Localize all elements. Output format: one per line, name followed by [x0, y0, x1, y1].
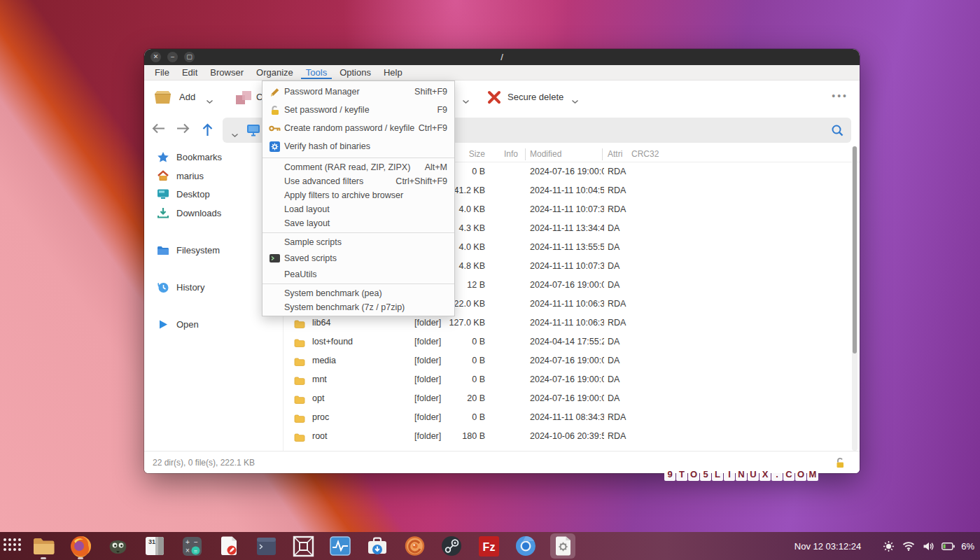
vertical-scrollbar[interactable]: [852, 146, 858, 451]
menu-edit[interactable]: Edit: [177, 66, 202, 79]
watermark-char: C: [783, 467, 794, 481]
taskbar-chromium-icon[interactable]: [513, 533, 538, 559]
watermark-char: I: [724, 467, 735, 481]
column-header-info[interactable]: Info: [490, 149, 518, 159]
chevron-down-icon[interactable]: [462, 94, 470, 107]
taskbar-calendar-icon[interactable]: 31: [142, 533, 167, 559]
menu-item-saved-scripts[interactable]: Saved scripts: [262, 249, 454, 267]
column-header-crc32[interactable]: CRC32: [631, 149, 659, 159]
table-row-media[interactable]: media[folder]0 B2024-07-16 19:00:00DA: [284, 351, 860, 370]
convert-icon[interactable]: [234, 89, 253, 109]
file-attributes: RDA: [608, 431, 626, 441]
table-row-proc[interactable]: proc[folder]0 B2024-11-11 08:34:33RDA: [284, 408, 860, 427]
menu-item-use-advanced-filters[interactable]: Use advanced filtersCtrl+Shift+F9: [262, 174, 454, 188]
column-divider: [602, 148, 603, 160]
file-size: 20 B: [436, 393, 485, 403]
menu-help[interactable]: Help: [379, 66, 407, 79]
taskbar-text-editor-icon[interactable]: [216, 533, 241, 559]
wifi-icon[interactable]: [902, 541, 915, 551]
taskbar-firefox-icon[interactable]: [68, 533, 93, 559]
file-modified: 2024-07-16 19:00:00: [530, 374, 604, 384]
menu-item-apply-filters-to-archive-browser[interactable]: Apply filters to archive browser: [262, 188, 454, 202]
menu-item-password-manager[interactable]: Password ManagerShift+F9: [262, 83, 454, 101]
file-name: media: [312, 356, 336, 365]
folder-icon: [294, 413, 305, 426]
file-size: 180 B: [436, 431, 485, 441]
taskbar-files-icon[interactable]: [31, 533, 56, 559]
battery-icon[interactable]: [941, 542, 955, 550]
taskbar-filezilla-icon[interactable]: Fz: [476, 533, 501, 559]
computer-icon[interactable]: [246, 124, 260, 139]
menu-file[interactable]: File: [150, 66, 174, 79]
file-modified: 2024-11-11 08:34:33: [530, 412, 604, 422]
table-row-lost+found[interactable]: lost+found[folder]0 B2024-04-14 17:55:26…: [284, 332, 860, 351]
menu-options[interactable]: Options: [335, 66, 376, 79]
menu-separator: [262, 284, 454, 284]
menu-tools[interactable]: Tools: [301, 66, 332, 79]
pencil-icon: [269, 87, 281, 97]
taskbar-calculator-icon[interactable]: +−×=: [179, 533, 204, 559]
menu-item-label: Apply filters to archive browser: [284, 190, 403, 200]
clock[interactable]: Nov 12 03:12:24: [794, 541, 861, 552]
taskbar-system-monitor-icon[interactable]: [328, 533, 353, 559]
chevron-down-icon[interactable]: [571, 94, 579, 107]
terminal-icon: [269, 254, 281, 262]
more-options-button[interactable]: •••: [832, 90, 848, 102]
titlebar[interactable]: ✕ – ▢ /: [144, 49, 860, 65]
menu-item-save-layout[interactable]: Save layout: [262, 216, 454, 230]
column-header-modified[interactable]: Modified: [530, 149, 561, 159]
back-icon[interactable]: [151, 122, 166, 137]
table-row-mnt[interactable]: mnt[folder]0 B2024-07-16 19:00:00DA: [284, 370, 860, 389]
desktop-icon: [156, 188, 170, 200]
sidebar-item-open[interactable]: Open: [144, 316, 283, 332]
add-archive-icon[interactable]: [153, 89, 173, 108]
show-apps-icon[interactable]: [4, 538, 21, 551]
brightness-icon[interactable]: [883, 540, 895, 552]
menu-item-system-benchmark-pea[interactable]: System benchmark (pea): [262, 286, 454, 300]
menu-browser[interactable]: Browser: [205, 66, 248, 79]
menu-item-comment-rar-read-zip-zipx[interactable]: Comment (RAR read, ZIP, ZIPX)Alt+M: [262, 160, 454, 174]
menu-item-peautils[interactable]: PeaUtils: [262, 267, 454, 281]
table-row-opt[interactable]: opt[folder]20 B2024-07-16 19:00:00DA: [284, 389, 860, 408]
search-icon[interactable]: [831, 124, 844, 140]
download-icon: [156, 207, 170, 218]
taskbar-gimp-icon[interactable]: [105, 533, 130, 559]
menu-item-load-layout[interactable]: Load layout: [262, 202, 454, 216]
chevron-down-icon[interactable]: [231, 128, 239, 141]
file-modified: 2024-11-11 13:55:52: [530, 242, 604, 252]
taskbar-boxes-icon[interactable]: [290, 533, 316, 559]
file-attributes: DA: [608, 261, 620, 271]
hash-icon: [269, 141, 281, 152]
menu-item-create-random-password-keyfile[interactable]: Create random password / keyfileCtrl+F9: [262, 119, 454, 137]
folder-blue-icon: [156, 245, 170, 255]
column-header-attri[interactable]: Attri: [608, 149, 622, 159]
forward-icon[interactable]: [176, 122, 190, 137]
file-size: 0 B: [436, 412, 485, 422]
scrollbar-thumb[interactable]: [853, 146, 857, 354]
table-row-lib64[interactable]: lib64[folder]127.0 KB2024-11-11 10:06:35…: [284, 314, 860, 332]
menu-organize[interactable]: Organize: [251, 66, 298, 79]
file-attributes: RDA: [608, 186, 626, 195]
secure-delete-button[interactable]: Secure delete: [507, 92, 564, 102]
menu-item-label: Sample scripts: [284, 237, 342, 247]
taskbar-terminal-app-icon[interactable]: [253, 533, 279, 559]
menu-item-verify-hash-of-binaries[interactable]: Verify hash of binaries: [262, 137, 454, 155]
watermark-char: X: [760, 467, 771, 481]
menu-item-sample-scripts[interactable]: Sample scripts: [262, 235, 454, 249]
taskbar-software-icon[interactable]: [365, 533, 390, 559]
folder-icon: [294, 394, 305, 407]
chevron-down-icon[interactable]: [206, 94, 214, 107]
taskbar-package-installer-icon[interactable]: [550, 533, 575, 559]
file-modified: 2024-11-11 10:06:35: [530, 318, 604, 328]
add-button[interactable]: Add: [179, 92, 195, 102]
secure-delete-icon[interactable]: [486, 90, 502, 108]
up-icon[interactable]: [202, 122, 214, 140]
taskbar-steam-icon[interactable]: [439, 533, 464, 559]
taskbar-image-viewer-icon[interactable]: [402, 533, 427, 559]
file-modified: 2024-11-11 10:06:34: [530, 299, 604, 309]
system-tray: Nov 12 03:12:24 6%: [794, 532, 974, 560]
menu-item-set-password-keyfile[interactable]: Set password / keyfileF9: [262, 101, 454, 119]
menu-item-system-benchmark-7z-p7zip[interactable]: System benchmark (7z / p7zip): [262, 300, 454, 314]
table-row-root[interactable]: root[folder]180 B2024-10-06 20:39:50RDA: [284, 427, 860, 446]
volume-icon[interactable]: [923, 541, 934, 552]
